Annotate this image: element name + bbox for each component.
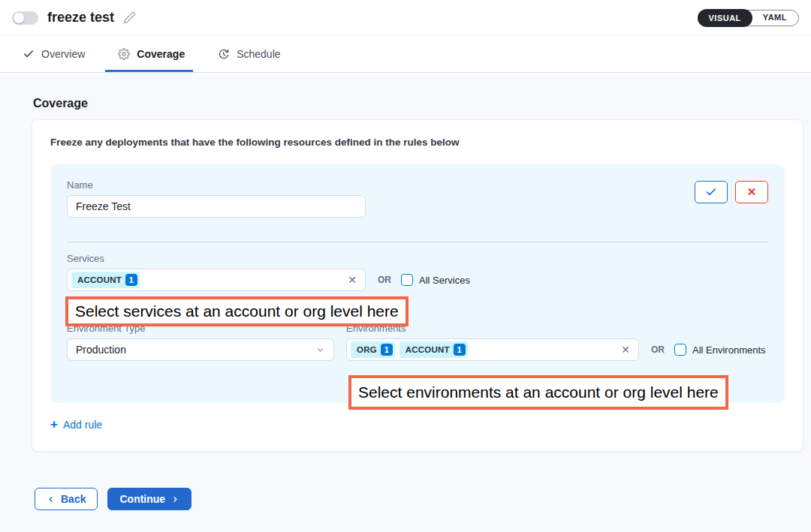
continue-button[interactable]: Continue: [107, 488, 191, 510]
all-environments-label: All Environments: [692, 344, 766, 356]
page-title: freeze test: [47, 10, 114, 26]
clear-environments-icon[interactable]: ✕: [621, 344, 630, 355]
tab-overview-label: Overview: [41, 48, 85, 60]
tab-coverage[interactable]: Coverage: [118, 36, 185, 72]
tab-schedule[interactable]: Schedule: [218, 36, 280, 72]
coverage-heading: Coverage: [33, 97, 803, 110]
environments-label: Environments: [346, 323, 768, 335]
header: freeze test VISUAL YAML: [0, 0, 811, 36]
chevron-right-icon: [171, 495, 179, 503]
pencil-icon: [123, 11, 136, 24]
add-rule-button[interactable]: + Add rule: [50, 418, 102, 431]
services-or-label: OR: [378, 275, 391, 285]
name-label: Name: [67, 179, 366, 191]
add-rule-label: Add rule: [63, 419, 102, 431]
plus-icon: +: [50, 418, 58, 431]
freeze-enabled-toggle[interactable]: [12, 11, 38, 25]
x-icon: ✕: [747, 185, 757, 199]
environments-group: Environments ORG 1 ACCOUNT 1 ✕: [346, 323, 768, 361]
services-row: ACCOUNT 1 ✕ OR All Services: [67, 269, 768, 291]
confirm-buttons: ✕: [695, 181, 768, 203]
environment-type-group: Environment Type Production: [67, 323, 334, 361]
gear-icon: [118, 48, 130, 60]
environments-or-label: OR: [651, 344, 665, 355]
chevron-left-icon: [47, 495, 55, 503]
environments-account-tag[interactable]: ACCOUNT 1: [399, 341, 468, 358]
environments-multiselect[interactable]: ORG 1 ACCOUNT 1 ✕: [346, 338, 639, 361]
name-field-group: Name: [67, 179, 366, 218]
name-input[interactable]: [67, 195, 366, 218]
chevron-down-icon: [315, 345, 325, 355]
tab-schedule-label: Schedule: [237, 48, 280, 60]
tag-count-badge: 1: [454, 344, 466, 356]
tag-label: ORG: [357, 345, 377, 354]
annotation-select-environments: Select environments at an account or org…: [348, 375, 728, 410]
visual-yaml-toggle: VISUAL YAML: [698, 10, 800, 26]
yaml-mode-button[interactable]: YAML: [752, 10, 798, 26]
coverage-intro-text: Freeze any deployments that have the fol…: [50, 137, 785, 148]
check-icon: [705, 186, 717, 198]
continue-label: Continue: [119, 493, 165, 505]
annotation-select-services: Select services at an account or org lev…: [65, 296, 409, 326]
check-icon: [23, 48, 35, 60]
apply-rule-button[interactable]: [695, 181, 728, 203]
services-multiselect[interactable]: ACCOUNT 1 ✕: [67, 269, 366, 291]
cancel-rule-button[interactable]: ✕: [735, 181, 768, 203]
panel-divider: [67, 242, 768, 242]
services-label: Services: [67, 253, 768, 265]
all-services-checkbox[interactable]: [401, 274, 413, 286]
coverage-card: Freeze any deployments that have the fol…: [32, 119, 803, 452]
environments-org-tag[interactable]: ORG 1: [351, 341, 395, 358]
toggle-knob: [14, 13, 24, 23]
rule-panel: Name ✕ Services ACCOUNT: [50, 164, 785, 403]
all-environments-checkbox[interactable]: [674, 344, 686, 356]
tab-coverage-label: Coverage: [137, 48, 185, 60]
tag-label: ACCOUNT: [77, 275, 122, 284]
environments-row: ORG 1 ACCOUNT 1 ✕ OR All Environments: [346, 338, 768, 361]
clear-services-icon[interactable]: ✕: [348, 275, 357, 285]
environment-columns: Environment Type Production Environments…: [67, 323, 768, 361]
tag-label: ACCOUNT: [406, 345, 450, 354]
environment-type-select[interactable]: Production: [67, 338, 334, 361]
tag-count-badge: 1: [381, 344, 393, 356]
main-content: Coverage Freeze any deployments that hav…: [0, 73, 811, 532]
environment-type-value: Production: [76, 344, 126, 356]
visual-mode-button[interactable]: VISUAL: [698, 9, 752, 27]
back-label: Back: [61, 493, 86, 505]
services-account-tag[interactable]: ACCOUNT 1: [71, 272, 140, 288]
tag-count-badge: 1: [125, 274, 137, 286]
wizard-footer: Back Continue: [35, 488, 803, 510]
all-services-label: All Services: [419, 275, 470, 286]
edit-title-button[interactable]: [123, 11, 136, 24]
tab-overview[interactable]: Overview: [23, 36, 85, 72]
schedule-clock-icon: [218, 48, 230, 60]
wizard-tabs: Overview Coverage Schedule: [0, 36, 811, 73]
back-button[interactable]: Back: [35, 488, 98, 510]
